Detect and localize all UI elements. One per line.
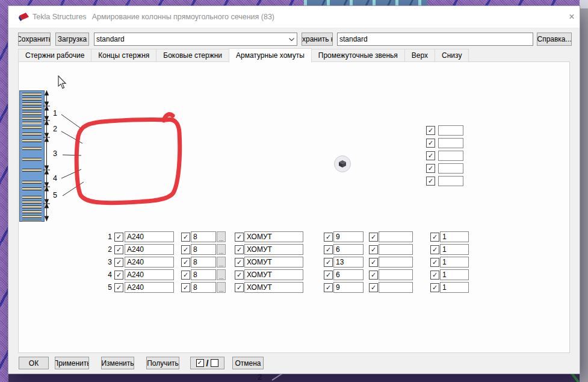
- size-browse-button[interactable]: ...: [217, 282, 226, 293]
- class-input[interactable]: 6: [333, 269, 364, 280]
- grade-input[interactable]: A240: [125, 269, 174, 280]
- size-input[interactable]: 8: [191, 231, 216, 242]
- name-checkbox[interactable]: ✓: [235, 245, 244, 254]
- grade-checkbox[interactable]: ✓: [114, 258, 123, 267]
- tab-working-bars[interactable]: Стержни рабочие: [18, 49, 91, 62]
- size-checkbox[interactable]: ✓: [181, 233, 190, 242]
- grade-checkbox[interactable]: ✓: [114, 271, 123, 280]
- load-button[interactable]: Загрузка: [55, 33, 89, 46]
- prefix-input[interactable]: [379, 244, 413, 255]
- document-title: Армирование колонны прямоугольного сечен…: [92, 13, 274, 21]
- name-checkbox[interactable]: ✓: [235, 271, 244, 280]
- name-checkbox[interactable]: ✓: [235, 283, 244, 292]
- size-input[interactable]: 8: [191, 257, 216, 268]
- cover-checkbox[interactable]: ✓: [426, 164, 435, 173]
- name-input[interactable]: ХОМУТ: [244, 257, 303, 268]
- class-checkbox[interactable]: ✓: [324, 245, 333, 254]
- save-button[interactable]: Сохранить: [18, 33, 51, 46]
- cube-3d-icon[interactable]: [334, 155, 351, 172]
- start-number-input[interactable]: 1: [440, 244, 469, 255]
- size-browse-button[interactable]: ...: [217, 244, 226, 255]
- cover-checkbox[interactable]: ✓: [426, 126, 435, 135]
- size-checkbox[interactable]: ✓: [181, 283, 190, 292]
- size-checkbox[interactable]: ✓: [181, 245, 190, 254]
- start-number-checkbox[interactable]: ✓: [430, 258, 439, 267]
- start-number-checkbox[interactable]: ✓: [430, 245, 439, 254]
- get-button[interactable]: Получить: [146, 357, 179, 369]
- close-icon[interactable]: ×: [564, 10, 580, 24]
- start-number-input[interactable]: 1: [440, 269, 469, 280]
- class-input[interactable]: 13: [333, 257, 364, 268]
- tab-top[interactable]: Верх: [404, 49, 435, 62]
- apply-button[interactable]: Применить: [55, 357, 89, 369]
- class-checkbox[interactable]: ✓: [324, 283, 333, 292]
- profile-combobox[interactable]: standard: [94, 33, 297, 46]
- prefix-input[interactable]: [379, 269, 413, 280]
- cover-input[interactable]: [438, 163, 463, 174]
- start-number-input[interactable]: 1: [440, 231, 469, 242]
- prefix-checkbox[interactable]: ✓: [369, 283, 378, 292]
- cover-checkbox[interactable]: ✓: [426, 139, 435, 148]
- modify-button[interactable]: Изменить: [101, 357, 134, 369]
- tab-side-bars[interactable]: Боковые стержни: [156, 49, 229, 62]
- save-as-button[interactable]: Сохранить как: [302, 33, 333, 46]
- class-checkbox[interactable]: ✓: [324, 258, 333, 267]
- class-input[interactable]: 6: [333, 244, 364, 255]
- toggle-all-checkboxes-button[interactable]: ✓ /: [190, 357, 224, 369]
- size-checkbox[interactable]: ✓: [181, 258, 190, 267]
- class-input[interactable]: 9: [333, 231, 364, 242]
- prefix-checkbox[interactable]: ✓: [369, 271, 378, 280]
- size-browse-button[interactable]: ...: [217, 257, 226, 268]
- prefix-checkbox[interactable]: ✓: [369, 258, 378, 267]
- cover-input[interactable]: [438, 138, 463, 148]
- name-input[interactable]: ХОМУТ: [244, 231, 303, 242]
- name-input[interactable]: ХОМУТ: [244, 244, 303, 255]
- size-browse-button[interactable]: ...: [217, 231, 226, 242]
- grade-input[interactable]: A240: [125, 257, 174, 268]
- start-number-checkbox[interactable]: ✓: [430, 283, 439, 292]
- prefix-checkbox[interactable]: ✓: [369, 233, 378, 242]
- cover-checkbox[interactable]: ✓: [426, 151, 435, 160]
- start-number-checkbox[interactable]: ✓: [430, 271, 439, 280]
- size-checkbox[interactable]: ✓: [181, 271, 190, 280]
- titlebar[interactable]: Tekla StructuresАрмирование колонны прям…: [8, 6, 580, 28]
- cancel-button[interactable]: Отмена: [232, 357, 264, 369]
- name-checkbox[interactable]: ✓: [235, 258, 244, 267]
- name-input[interactable]: ХОМУТ: [244, 282, 303, 293]
- grade-checkbox[interactable]: ✓: [114, 283, 123, 292]
- cover-input[interactable]: [438, 176, 463, 186]
- ok-button[interactable]: ОК: [19, 357, 49, 369]
- table-row: 4 ✓ A240 ✓ 8 ... ✓ ХОМУТ ✓ 6 ✓ ✓ 1: [99, 269, 484, 280]
- start-number-input[interactable]: 1: [440, 282, 469, 293]
- prefix-checkbox[interactable]: ✓: [369, 245, 378, 254]
- size-browse-button[interactable]: ...: [217, 269, 226, 280]
- start-number-input[interactable]: 1: [440, 257, 469, 268]
- start-number-checkbox[interactable]: ✓: [430, 233, 439, 242]
- row-number: 3: [102, 258, 112, 266]
- tab-stirrups[interactable]: Арматурные хомуты: [229, 48, 312, 63]
- name-input[interactable]: ХОМУТ: [244, 269, 303, 280]
- cover-input[interactable]: [438, 151, 463, 161]
- prefix-input[interactable]: [379, 231, 413, 242]
- prefix-input[interactable]: [379, 257, 413, 268]
- name-checkbox[interactable]: ✓: [235, 233, 244, 242]
- class-checkbox[interactable]: ✓: [324, 271, 333, 280]
- help-button[interactable]: Справка...: [537, 33, 572, 46]
- cover-input[interactable]: [438, 125, 463, 136]
- grade-checkbox[interactable]: ✓: [114, 245, 123, 254]
- size-input[interactable]: 8: [191, 282, 216, 293]
- grade-input[interactable]: A240: [125, 244, 174, 255]
- grade-input[interactable]: A240: [125, 282, 174, 293]
- tab-intermediate-links[interactable]: Промежуточные звенья: [311, 49, 405, 62]
- class-input[interactable]: 9: [333, 282, 364, 293]
- grade-checkbox[interactable]: ✓: [114, 233, 123, 242]
- tab-bar-ends[interactable]: Концы стержня: [91, 49, 156, 62]
- size-input[interactable]: 8: [191, 269, 216, 280]
- tab-bottom[interactable]: Снизу: [435, 49, 469, 62]
- prefix-input[interactable]: [379, 282, 413, 293]
- class-checkbox[interactable]: ✓: [324, 233, 333, 242]
- cover-checkbox[interactable]: ✓: [426, 177, 435, 186]
- grade-input[interactable]: A240: [125, 231, 174, 242]
- size-input[interactable]: 8: [191, 244, 216, 255]
- name-input[interactable]: standard: [337, 33, 533, 46]
